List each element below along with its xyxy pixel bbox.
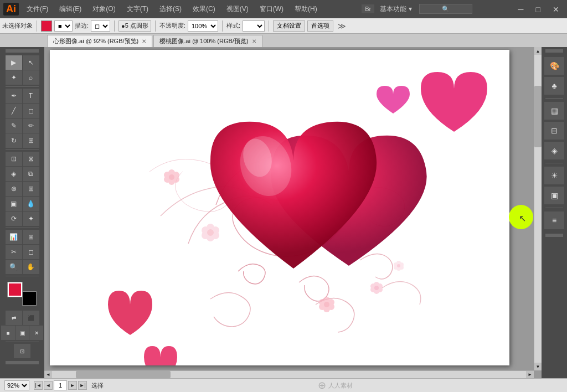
page-number-input[interactable] bbox=[54, 380, 67, 390]
preferences-btn[interactable]: 首选项 bbox=[307, 20, 333, 32]
blend-tool[interactable]: ⟳ bbox=[6, 212, 22, 226]
menu-object[interactable]: 对象(O) bbox=[89, 3, 118, 15]
eyedropper-tool[interactable]: 💧 bbox=[23, 197, 39, 211]
swatches-panel-btn[interactable]: ♣ bbox=[544, 77, 564, 95]
prev-page-btn[interactable]: ◄ bbox=[44, 381, 53, 390]
style-select[interactable] bbox=[243, 20, 265, 32]
tool-row-1: ▶ ↖ bbox=[1, 55, 43, 70]
layers-panel-btn[interactable]: ≡ bbox=[544, 212, 564, 229]
rect-tool[interactable]: ◻ bbox=[23, 104, 39, 118]
panel-resize-handle-bottom[interactable] bbox=[6, 361, 39, 364]
menu-help[interactable]: 帮助(H) bbox=[291, 3, 321, 15]
none-mode-btn[interactable]: ✕ bbox=[29, 326, 43, 340]
workspace-selector[interactable]: 基本功能 ▾ bbox=[380, 5, 411, 13]
scroll-h-track[interactable] bbox=[52, 371, 526, 378]
gradient-panel-btn[interactable]: ▣ bbox=[544, 187, 564, 204]
menu-select[interactable]: 选择(S) bbox=[156, 3, 185, 15]
bridge-btn[interactable]: Br bbox=[362, 4, 374, 13]
tool-row-4: ╱ ◻ bbox=[1, 104, 43, 118]
gradient-mode-btn[interactable]: ▣ bbox=[16, 326, 29, 340]
horizontal-scrollbar[interactable]: ◄ ► bbox=[44, 370, 534, 378]
doc-settings-btn[interactable]: 文档设置 bbox=[273, 20, 305, 32]
menu-file[interactable]: 文件(F) bbox=[23, 3, 51, 15]
mesh-tool[interactable]: ⊞ bbox=[23, 182, 39, 196]
select-tool[interactable]: ▶ bbox=[6, 55, 22, 70]
stroke-panel-btn[interactable]: ☀ bbox=[544, 167, 564, 184]
line-tool[interactable]: ╱ bbox=[6, 104, 22, 118]
scroll-h-thumb[interactable] bbox=[76, 371, 171, 378]
artboard-tool[interactable]: ⊞ bbox=[23, 230, 39, 244]
direct-select-tool[interactable]: ↖ bbox=[23, 55, 39, 70]
rotate-tool[interactable]: ↻ bbox=[6, 133, 22, 148]
free-transform-tool[interactable]: ⊠ bbox=[23, 152, 39, 166]
vertical-scrollbar[interactable]: ▲ ▼ bbox=[534, 47, 542, 370]
menu-edit[interactable]: 编辑(E) bbox=[56, 3, 85, 15]
tab-bar: 心形图像.ai @ 92% (RGB/预览) ✕ 樱桃图像.ai @ 100% … bbox=[0, 34, 567, 47]
hand-tool[interactable]: ✋ bbox=[23, 260, 39, 274]
eraser-tool[interactable]: ◻ bbox=[23, 245, 39, 259]
color-panel-btn[interactable]: 🎨 bbox=[544, 57, 564, 75]
search-box[interactable]: 🔍 bbox=[419, 4, 472, 14]
scroll-down-btn[interactable]: ▼ bbox=[534, 363, 542, 370]
right-panel-handle-bottom[interactable] bbox=[545, 234, 563, 237]
menu-effect[interactable]: 效果(C) bbox=[189, 3, 219, 15]
scale-tool[interactable]: ⊞ bbox=[23, 133, 39, 148]
pathfinder-panel-btn[interactable]: ◈ bbox=[544, 142, 564, 159]
gradient-tool[interactable]: ▣ bbox=[6, 197, 22, 211]
last-page-btn[interactable]: ►| bbox=[78, 381, 87, 390]
swap-colors-btn[interactable]: ⇄ bbox=[6, 311, 22, 325]
paintbrush-tool[interactable]: ✎ bbox=[6, 118, 22, 133]
fill-color-swatch-box[interactable] bbox=[8, 282, 22, 297]
scroll-left-btn[interactable]: ◄ bbox=[44, 371, 52, 378]
warp-tool[interactable]: ⊡ bbox=[6, 152, 22, 166]
zoom-tool[interactable]: 🔍 bbox=[6, 260, 22, 274]
menu-window[interactable]: 窗口(W) bbox=[256, 3, 287, 15]
magic-wand-tool[interactable]: ✦ bbox=[6, 70, 22, 85]
panel-resize-handle-top[interactable] bbox=[6, 49, 39, 53]
transform-panel-btn[interactable]: ▦ bbox=[544, 102, 564, 120]
canvas-area[interactable]: ▲ ▼ ◄ ► ↖ bbox=[44, 47, 542, 378]
screen-mode-btn[interactable]: ⊡ bbox=[14, 344, 30, 358]
fill-type-select[interactable]: ■ bbox=[54, 20, 73, 32]
opacity-select[interactable]: 100% bbox=[188, 20, 218, 32]
pencil-tool[interactable]: ✏ bbox=[23, 118, 39, 133]
tab-cherry[interactable]: 樱桃图像.ai @ 100% (RGB/预览) ✕ bbox=[153, 35, 262, 47]
tool-row-12: 📊 ⊞ bbox=[1, 230, 43, 244]
shape-builder-tool[interactable]: ◈ bbox=[6, 167, 22, 181]
right-panel-handle[interactable] bbox=[545, 49, 563, 53]
stroke-style-select[interactable]: ◻ bbox=[91, 20, 110, 32]
slice-tool[interactable]: ✂ bbox=[6, 245, 22, 259]
menu-text[interactable]: 文字(T) bbox=[123, 3, 152, 15]
minimize-btn[interactable]: ─ bbox=[514, 4, 528, 15]
close-btn[interactable]: ✕ bbox=[548, 4, 564, 15]
next-page-btn[interactable]: ► bbox=[68, 381, 77, 390]
fill-color-swatch[interactable] bbox=[41, 20, 52, 32]
restore-btn[interactable]: □ bbox=[532, 4, 545, 15]
tool-sep2 bbox=[6, 149, 39, 150]
tab-hearts-close[interactable]: ✕ bbox=[142, 38, 146, 44]
artboard bbox=[50, 50, 509, 365]
svg-point-27 bbox=[374, 286, 379, 290]
right-panel: 🎨 ♣ ▦ ⊟ ◈ ☀ ▣ ≡ bbox=[542, 47, 567, 378]
live-paint-tool[interactable]: ⧉ bbox=[23, 167, 39, 181]
align-panel-btn[interactable]: ⊟ bbox=[544, 122, 564, 140]
scroll-v-thumb[interactable] bbox=[534, 86, 542, 147]
menu-view[interactable]: 视图(V) bbox=[223, 3, 252, 15]
scroll-right-btn[interactable]: ► bbox=[526, 371, 534, 378]
symbol-sprayer[interactable]: ✦ bbox=[23, 212, 39, 226]
column-graph-tool[interactable]: 📊 bbox=[6, 230, 22, 244]
perspective-tool[interactable]: ⊛ bbox=[6, 182, 22, 196]
scroll-v-track[interactable] bbox=[534, 55, 542, 363]
zoom-select[interactable]: 92% bbox=[4, 380, 29, 390]
tab-hearts[interactable]: 心形图像.ai @ 92% (RGB/预览) ✕ bbox=[47, 35, 152, 47]
tab-cherry-close[interactable]: ✕ bbox=[252, 38, 256, 44]
scroll-up-btn[interactable]: ▲ bbox=[534, 47, 542, 55]
default-colors-btn[interactable]: ⬛ bbox=[23, 311, 39, 325]
color-mode-btn[interactable]: ■ bbox=[1, 326, 15, 340]
lasso-tool[interactable]: ⌕ bbox=[23, 70, 39, 85]
first-page-btn[interactable]: |◄ bbox=[34, 381, 43, 390]
stroke-color-swatch[interactable] bbox=[22, 291, 37, 306]
pen-tool[interactable]: ✒ bbox=[6, 89, 22, 103]
toolbar-extra-icon[interactable]: ≫ bbox=[338, 22, 346, 30]
type-tool[interactable]: T bbox=[23, 89, 39, 103]
